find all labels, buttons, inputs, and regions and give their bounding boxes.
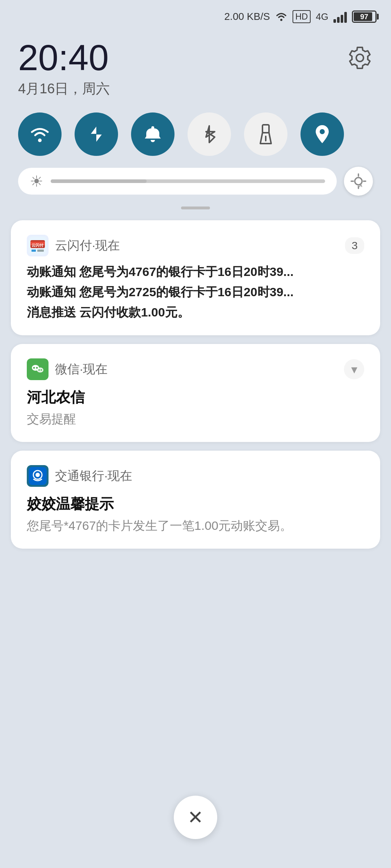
brightness-auto-icon[interactable]: A <box>344 167 373 196</box>
yunshan-app-name: 云闪付·现在 <box>55 237 120 254</box>
hd-badge: HD <box>293 10 311 23</box>
brightness-low-icon: ☀ <box>30 173 43 190</box>
bluetooth-toggle[interactable] <box>188 112 231 156</box>
time-section: 20:40 4月16日，周六 <box>0 27 391 105</box>
svg-rect-2 <box>262 125 269 133</box>
location-toggle[interactable] <box>300 112 344 156</box>
close-notifications-button[interactable]: ✕ <box>174 796 217 839</box>
wechat-notif-subtitle: 交易提醒 <box>27 411 364 427</box>
jtbank-notif-body: 姣姣温馨提示 您尾号*4767的卡片发生了一笔1.00元动账交易。 <box>27 494 364 534</box>
wechat-notif-title: 河北农信 <box>27 387 364 407</box>
status-bar: 2.00 KB/S HD 4G 97 <box>0 0 391 27</box>
signal-strength-icon <box>333 10 347 23</box>
clock-date: 4月16日，周六 <box>18 80 110 98</box>
close-icon: ✕ <box>188 807 203 828</box>
yunshan-line-3: 消息推送 云闪付收款1.00元。 <box>27 304 364 321</box>
svg-point-26 <box>35 473 40 477</box>
svg-point-21 <box>37 367 43 373</box>
jtbank-notif-subtitle: 您尾号*4767的卡片发生了一笔1.00元动账交易。 <box>27 518 364 534</box>
settings-gear-icon[interactable] <box>347 45 373 71</box>
quick-toggles-row <box>0 105 391 163</box>
wechat-notif-body: 河北农信 交易提醒 <box>27 387 364 427</box>
clock-time: 20:40 <box>18 38 110 77</box>
wifi-status-icon <box>275 12 287 22</box>
jtbank-notif-title: 姣姣温馨提示 <box>27 494 364 514</box>
yunshan-line-2: 动账通知 您尾号为2725的银行卡于16日20时39... <box>27 284 364 301</box>
yunshan-badge: 3 <box>345 237 364 254</box>
svg-point-20 <box>36 367 38 369</box>
network-speed: 2.00 KB/S <box>224 11 270 22</box>
svg-point-0 <box>280 19 282 21</box>
bell-toggle[interactable] <box>131 112 175 156</box>
svg-point-22 <box>38 369 40 371</box>
notif-jtbank[interactable]: 交通银行·现在 姣姣温馨提示 您尾号*4767的卡片发生了一笔1.00元动账交易… <box>11 451 380 549</box>
svg-text:云闪付: 云闪付 <box>31 243 44 247</box>
notifications-container: 云闪付 云闪付·现在 3 动账通知 您尾号为4767的银行卡于16日20时39.… <box>0 220 391 549</box>
yunshan-notif-body: 动账通知 您尾号为4767的银行卡于16日20时39... 动账通知 您尾号为2… <box>27 264 364 321</box>
wifi-toggle[interactable] <box>18 112 62 156</box>
brightness-slider[interactable]: ☀ <box>18 168 337 195</box>
svg-point-4 <box>320 129 325 134</box>
wechat-expand-icon[interactable]: ▾ <box>344 359 364 379</box>
notif-wechat[interactable]: 微信·现在 ▾ 河北农信 交易提醒 <box>11 344 380 442</box>
brightness-row: ☀ A <box>0 163 391 207</box>
network-type: 4G <box>316 11 328 22</box>
svg-text:A: A <box>359 183 362 188</box>
svg-point-19 <box>33 367 35 369</box>
svg-rect-16 <box>37 250 44 252</box>
jtbank-app-name: 交通银行·现在 <box>55 468 132 484</box>
yunshan-app-icon: 云闪付 <box>27 235 49 256</box>
battery-icon: 97 <box>352 10 377 23</box>
wechat-app-name: 微信·现在 <box>55 361 108 378</box>
svg-point-1 <box>38 139 42 142</box>
notif-yunshan[interactable]: 云闪付 云闪付·现在 3 动账通知 您尾号为4767的银行卡于16日20时39.… <box>11 220 380 335</box>
svg-rect-15 <box>31 250 36 252</box>
battery-level: 97 <box>353 13 375 21</box>
svg-point-23 <box>41 369 42 371</box>
flashlight-toggle[interactable] <box>244 112 287 156</box>
jtbank-app-icon <box>27 465 49 487</box>
pull-handle <box>181 207 210 209</box>
data-toggle[interactable] <box>75 112 118 156</box>
wechat-app-icon <box>27 358 49 380</box>
yunshan-line-1: 动账通知 您尾号为4767的银行卡于16日20时39... <box>27 264 364 280</box>
